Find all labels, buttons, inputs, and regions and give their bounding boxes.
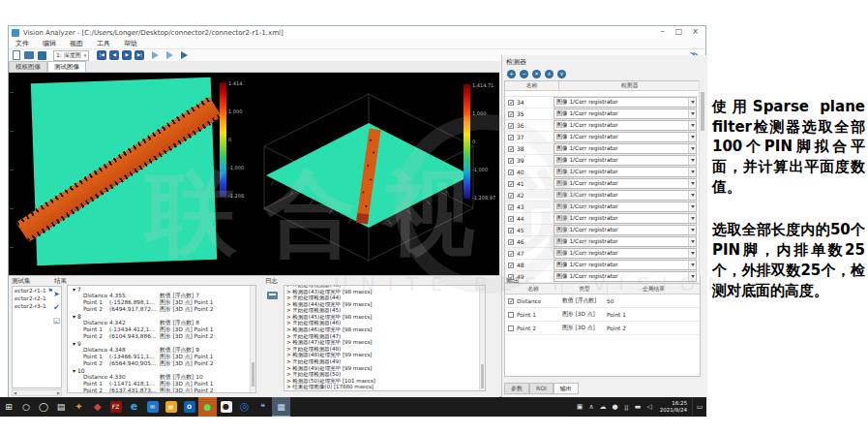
detector-list-scrollbar[interactable] bbox=[699, 80, 705, 275]
run-once-button[interactable] bbox=[152, 51, 159, 59]
registrator-select[interactable]: 图像 1/Corr registrator bbox=[554, 190, 697, 201]
mail-app-icon[interactable]: ✉ bbox=[143, 397, 162, 417]
tab-test-image[interactable]: 测试图像 bbox=[47, 61, 86, 72]
accept-icon[interactable]: ✔ bbox=[53, 303, 60, 312]
new-file-button[interactable] bbox=[13, 50, 20, 60]
menu-item[interactable]: 视图 bbox=[63, 39, 90, 48]
onedrive-icon[interactable]: ☁ bbox=[597, 397, 610, 417]
detector-row[interactable]: ✓ 48 图像 1/Corr registrator bbox=[505, 260, 700, 271]
detector-checkbox[interactable]: ✓ bbox=[508, 251, 514, 257]
result-group[interactable]: ▾ 7 Distance4.355数值 [浮点数] 7 Point 1(-152… bbox=[68, 286, 255, 313]
registrator-select[interactable]: 图像 1/Corr registrator bbox=[554, 120, 697, 131]
detector-checkbox[interactable]: ✓ bbox=[508, 228, 514, 233]
detector-row[interactable]: ✓ 38 图像 1/Corr registrator bbox=[505, 143, 700, 155]
results-scrollbar[interactable] bbox=[250, 286, 255, 392]
result-group[interactable]: ▾ 9 Distance4.348数值 [浮点数] 9 Point 1(-134… bbox=[68, 340, 255, 367]
paint-app-icon[interactable]: ◆ bbox=[88, 397, 106, 417]
menu-item[interactable]: 帮助 bbox=[117, 39, 144, 48]
start-button[interactable]: ⊞ bbox=[0, 397, 17, 417]
filezilla-icon[interactable]: FZ bbox=[106, 397, 125, 417]
photo-viewer-icon[interactable]: ▦ bbox=[272, 397, 290, 417]
status-green-icon[interactable]: ● bbox=[610, 397, 621, 417]
detector-row[interactable]: ✓ 43 图像 1/Corr registrator bbox=[505, 202, 700, 213]
messaging-app-icon[interactable]: ❝ bbox=[254, 397, 272, 417]
detector-checkbox[interactable]: ✓ bbox=[508, 158, 514, 164]
scroll-left-icon[interactable]: ◀ bbox=[13, 390, 17, 395]
registrator-select[interactable]: 图像 1/Corr registrator bbox=[554, 97, 697, 108]
registrator-select[interactable]: 图像 1/Corr registrator bbox=[554, 236, 697, 247]
volume-icon[interactable]: ◁ bbox=[644, 397, 654, 417]
output-row[interactable]: ✓ Distance 数值 [浮点数] 50 bbox=[505, 294, 700, 308]
menu-item[interactable]: 工具 bbox=[90, 39, 117, 48]
detector-row[interactable]: ✓ 36 图像 1/Corr registrator bbox=[505, 120, 700, 132]
title-bar[interactable]: Vision Analyzer - [C:/Users/Longer/Deskt… bbox=[9, 26, 705, 39]
output-checkbox[interactable]: ✓ bbox=[508, 298, 514, 304]
log-box[interactable]: > 开始处理检测器(41)> 检测器(41)处理完毕 [106 msecs]> … bbox=[284, 285, 486, 391]
save-button[interactable] bbox=[38, 51, 46, 60]
tab-parameters[interactable]: 参数 bbox=[504, 383, 529, 394]
search-icon[interactable]: ○ bbox=[17, 397, 35, 417]
network-icon[interactable]: ⣶ bbox=[621, 397, 632, 417]
cortana-icon[interactable]: ◯ bbox=[35, 397, 52, 417]
open-file-button[interactable] bbox=[24, 51, 34, 59]
result-group[interactable]: ▾ 10 Distance4.330数值 [浮点数] 10 Point 1(-1… bbox=[68, 367, 255, 393]
detector-row[interactable]: ✓ 35 图像 1/Corr registrator bbox=[505, 108, 700, 120]
registrator-select[interactable]: 图像 1/Corr registrator bbox=[554, 202, 697, 212]
detector-checkbox[interactable]: ✓ bbox=[508, 193, 514, 199]
hand-tool-app-icon[interactable]: ✦ bbox=[70, 397, 88, 417]
detector-row[interactable]: ✓ 45 图像 1/Corr registrator bbox=[505, 225, 700, 236]
file-explorer-icon[interactable]: ▤ bbox=[162, 397, 180, 417]
registrator-select[interactable]: 图像 1/Corr registrator bbox=[554, 213, 697, 224]
view-selector[interactable]: 1: 深度图▾ bbox=[53, 50, 89, 61]
tab-roi[interactable]: ROI bbox=[529, 383, 554, 394]
left-3d-view[interactable]: 1,414.711,0000-1,000-1,208.97 bbox=[9, 73, 245, 275]
prev-image-button[interactable]: ◀ bbox=[109, 50, 119, 60]
tab-output[interactable]: 输出 bbox=[554, 383, 579, 394]
registrator-select[interactable]: 图像 1/Corr registrator bbox=[554, 248, 697, 259]
registrator-select[interactable]: 图像 1/Corr registrator bbox=[554, 143, 697, 154]
registrator-select[interactable]: 图像 1/Corr registrator bbox=[554, 260, 697, 270]
browser-globe-icon[interactable]: ◎ bbox=[235, 397, 254, 417]
add-detector-button[interactable]: + bbox=[507, 70, 516, 78]
maximize-button[interactable]: □ bbox=[671, 26, 687, 38]
detector-checkbox[interactable]: ✓ bbox=[508, 170, 514, 175]
outlook-icon[interactable]: O bbox=[180, 397, 198, 417]
output-checkbox[interactable] bbox=[508, 312, 514, 318]
run-step-button[interactable] bbox=[166, 51, 173, 59]
qq-icon[interactable]: ● bbox=[217, 397, 235, 417]
detector-checkbox[interactable]: ✓ bbox=[508, 135, 514, 140]
registrator-select[interactable]: 图像 1/Corr registrator bbox=[554, 178, 697, 189]
registrator-select[interactable]: 图像 1/Corr registrator bbox=[554, 155, 697, 166]
detector-checkbox[interactable]: ✓ bbox=[508, 123, 514, 129]
first-image-button[interactable]: |◀ bbox=[97, 50, 106, 60]
close-button[interactable]: × bbox=[687, 26, 703, 38]
detector-checkbox[interactable]: ✓ bbox=[508, 111, 514, 117]
battery-icon[interactable]: ▬ bbox=[632, 397, 644, 417]
scroll-right-icon[interactable]: ▶ bbox=[56, 390, 61, 395]
menu-item[interactable]: 文件 bbox=[9, 39, 36, 48]
registrator-select[interactable]: 图像 1/Corr registrator bbox=[554, 167, 697, 177]
detector-checkbox[interactable]: ✓ bbox=[508, 146, 514, 152]
detector-row[interactable]: ✓ 42 图像 1/Corr registrator bbox=[505, 190, 700, 202]
output-row[interactable]: Point 2 图形 [3D 点] Point 2 bbox=[505, 322, 700, 335]
middle-3d-view[interactable]: 1,414.711,0000-1,000-1,208.97 bbox=[245, 73, 499, 275]
registrator-select[interactable]: 图像 1/Corr registrator bbox=[554, 225, 697, 235]
detector-checkbox[interactable]: ✓ bbox=[508, 100, 514, 106]
output-checkbox[interactable] bbox=[508, 326, 514, 331]
detector-row[interactable]: ✓ 47 图像 1/Corr registrator bbox=[505, 248, 700, 260]
menu-item[interactable]: 编辑 bbox=[36, 39, 63, 48]
output-row[interactable]: Point 1 图形 [3D 点] Point 1 bbox=[505, 308, 700, 322]
next-image-button[interactable]: ▶ bbox=[122, 50, 132, 60]
minimize-button[interactable]: – bbox=[654, 26, 671, 38]
continue-icon[interactable]: ➤ bbox=[53, 290, 60, 298]
detector-row[interactable]: ✓ 40 图像 1/Corr registrator bbox=[505, 167, 700, 178]
last-image-button[interactable]: ▶| bbox=[135, 50, 144, 60]
detector-row[interactable]: ✓ 46 图像 1/Corr registrator bbox=[505, 236, 700, 248]
taskbar-clock[interactable]: 16:25 2021/8/24 bbox=[655, 400, 692, 414]
edge-browser-icon[interactable]: e bbox=[125, 397, 143, 417]
detector-checkbox[interactable]: ✓ bbox=[508, 263, 514, 268]
run-all-button[interactable] bbox=[181, 51, 188, 59]
registrator-select[interactable]: 图像 1/Corr registrator bbox=[554, 108, 697, 119]
tab-template-image[interactable]: 模板图像 bbox=[9, 61, 47, 72]
detector-row[interactable]: ✓ 37 图像 1/Corr registrator bbox=[505, 132, 700, 143]
